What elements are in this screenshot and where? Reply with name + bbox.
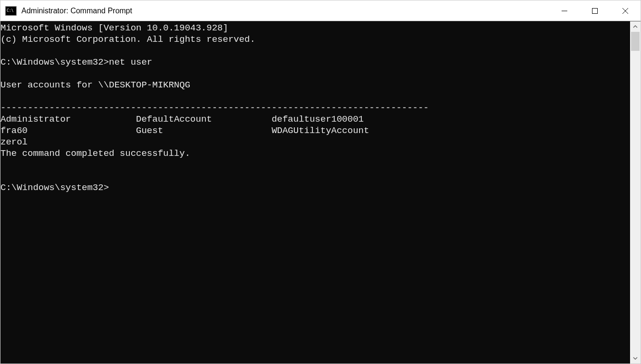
titlebar[interactable]: Administrator: Command Prompt [0,0,641,21]
separator-line: ----------------------------------------… [0,102,630,114]
table-row: fra60 Guest WDAGUtilityAccount [0,125,630,136]
user-cell: Administrator [0,114,136,125]
user-cell: WDAGUtilityAccount [272,125,369,136]
vertical-scrollbar[interactable] [630,21,641,364]
banner-line: (c) Microsoft Corporation. All rights re… [0,34,630,45]
console-output[interactable]: Microsoft Windows [Version 10.0.19043.92… [0,21,630,364]
table-row: zerol [0,136,630,148]
user-cell: defaultuser100001 [272,114,364,125]
user-cell: fra60 [0,125,136,136]
minimize-button[interactable] [549,0,580,21]
user-cell: Guest [136,125,272,136]
typed-command: net user [109,57,152,67]
prompt: C:\Windows\system32> [0,182,109,193]
close-icon [622,8,629,14]
blank-line [0,159,630,171]
blank-line [0,68,630,79]
completion-message: The command completed successfully. [0,148,630,159]
user-cell: DefaultAccount [136,114,272,125]
prompt: C:\Windows\system32> [0,57,109,67]
window-title: Administrator: Command Prompt [21,7,549,15]
window-controls [549,0,641,21]
close-button[interactable] [610,0,641,21]
minimize-icon [561,8,568,14]
banner-line: Microsoft Windows [Version 10.0.19043.92… [0,22,630,34]
scroll-down-arrow-icon[interactable] [630,353,641,364]
scroll-track[interactable] [630,32,641,353]
prompt-line: C:\Windows\system32>net user [0,57,630,68]
blank-line [0,91,630,102]
svg-rect-1 [592,8,598,13]
scroll-up-arrow-icon[interactable] [630,21,641,32]
console-area: Microsoft Windows [Version 10.0.19043.92… [0,21,641,364]
maximize-button[interactable] [580,0,610,21]
maximize-icon [592,8,598,14]
blank-line [0,171,630,182]
prompt-line: C:\Windows\system32> [0,182,630,193]
blank-line [0,45,630,57]
scroll-thumb[interactable] [631,32,640,51]
user-cell: zerol [0,137,28,147]
cmd-icon [5,6,17,16]
table-row: Administrator DefaultAccount defaultuser… [0,114,630,125]
output-header: User accounts for \\DESKTOP-MIKRNQG [0,79,630,91]
